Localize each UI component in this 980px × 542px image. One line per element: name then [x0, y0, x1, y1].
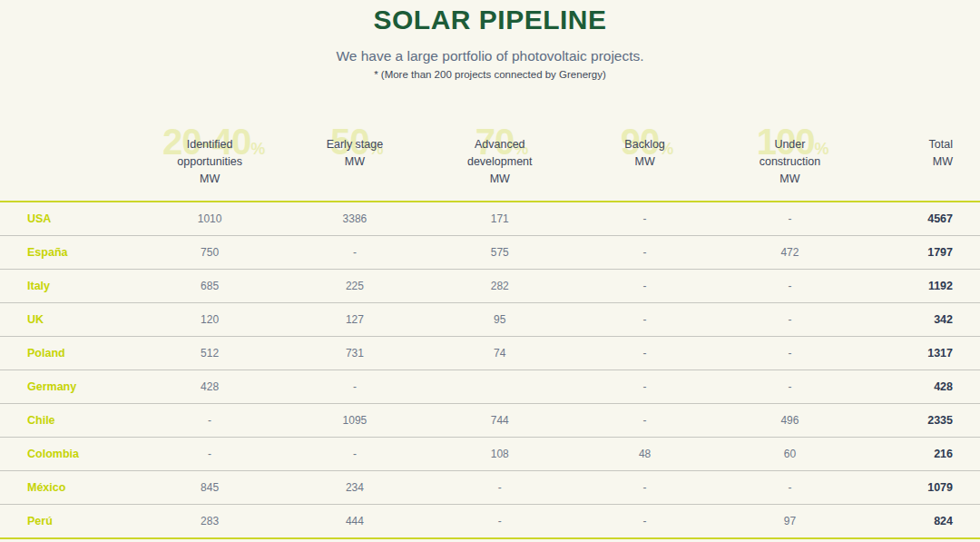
column-label: construction — [760, 153, 820, 171]
value-cell: 171 — [427, 202, 573, 236]
column-unit: MW — [760, 171, 820, 188]
value-cell: 845 — [137, 471, 282, 505]
value-cell: - — [573, 236, 718, 270]
value-cell: 48 — [573, 538, 718, 542]
column-unit: MW — [467, 171, 533, 188]
column-header-advanced-development: 70% AdvanceddevelopmentMW — [427, 136, 573, 202]
table-row: Perú 283 444 - - 97 824 — [0, 505, 980, 539]
value-cell: - — [718, 303, 863, 337]
value-cell: 283 — [137, 505, 282, 539]
column-header-total: TotalMW — [862, 136, 980, 202]
total-cell: 428 — [862, 370, 980, 404]
value-cell: 444 — [282, 505, 427, 539]
header-row: 20-40% IdentifiedopportunitiesMW 50% Ear… — [0, 136, 980, 202]
country-label: Italy — [0, 270, 137, 303]
column-label: Under — [760, 136, 820, 153]
table-row: UK 120 127 95 - - 342 — [0, 303, 980, 337]
table-row: Germany 428 - - - 428 — [0, 370, 980, 404]
value-cell: 234 — [282, 471, 427, 505]
value-cell: - — [718, 337, 863, 370]
column-label: Total — [929, 136, 953, 153]
footnote: * (More than 200 projects connected by G… — [0, 68, 980, 82]
value-cell: 731 — [282, 337, 427, 370]
total-cell: 342 — [862, 303, 980, 337]
total-cell: 216 — [862, 438, 980, 471]
country-label: Poland — [0, 337, 137, 370]
column-unit: MW — [624, 153, 664, 171]
value-cell: - — [427, 471, 573, 505]
country-label: Chile — [0, 404, 137, 438]
country-label: Colombia — [0, 438, 137, 471]
total-row-label: Total — [0, 538, 137, 542]
total-row: Total 4633 6242 2049 48 1125 14097 — [0, 538, 980, 542]
total-cell: 1317 — [862, 337, 980, 370]
value-cell: 48 — [573, 438, 718, 471]
column-label: Early stage — [327, 136, 384, 153]
total-cell: 824 — [862, 505, 980, 539]
value-cell: 3386 — [282, 202, 427, 236]
value-cell: - — [573, 505, 718, 539]
country-label: USA — [0, 202, 137, 236]
column-header-under-construction: 100% UnderconstructionMW — [718, 136, 863, 202]
value-cell: - — [573, 337, 718, 370]
table-row: Poland 512 731 74 - - 1317 — [0, 337, 980, 370]
country-column-header — [0, 136, 137, 202]
value-cell: - — [427, 505, 573, 539]
value-cell: 472 — [718, 236, 863, 270]
table-row: Colombia - - 108 48 60 216 — [0, 438, 980, 471]
column-header-backlog: 90% BacklogMW — [573, 136, 718, 202]
column-label: Backlog — [624, 136, 664, 153]
page-subtitle: We have a large portfolio of photovoltai… — [0, 47, 980, 65]
table-row: México 845 234 - - - 1079 — [0, 471, 980, 505]
value-cell: - — [573, 303, 718, 337]
value-cell: - — [573, 270, 718, 303]
country-label: Germany — [0, 370, 137, 404]
value-cell: - — [718, 202, 863, 236]
value-cell — [427, 370, 573, 404]
value-cell: 127 — [282, 303, 427, 337]
value-cell: 1125 — [718, 538, 863, 542]
value-cell: - — [282, 370, 427, 404]
total-cell: 2335 — [862, 404, 980, 438]
table-row: Italy 685 225 282 - - 1192 — [0, 270, 980, 303]
value-cell: 1095 — [282, 404, 427, 438]
value-cell: - — [137, 404, 282, 438]
total-cell: 1797 — [862, 236, 980, 270]
country-label: UK — [0, 303, 137, 337]
total-cell: 1079 — [862, 471, 980, 505]
value-cell: 282 — [427, 270, 573, 303]
value-cell: - — [137, 438, 282, 471]
value-cell: 496 — [718, 404, 863, 438]
country-label: Perú — [0, 505, 137, 539]
value-cell: - — [282, 438, 427, 471]
value-cell: 2049 — [427, 538, 573, 542]
column-unit: MW — [929, 153, 953, 171]
value-cell: 744 — [427, 404, 573, 438]
page-title: SOLAR PIPELINE — [0, 0, 980, 35]
total-cell: 14097 — [862, 538, 980, 542]
value-cell: 95 — [427, 303, 573, 337]
value-cell: - — [718, 370, 863, 404]
value-cell: - — [718, 471, 863, 505]
column-header-early-stage: 50% Early stageMW — [282, 136, 427, 202]
value-cell: 6242 — [282, 538, 427, 542]
value-cell: 685 — [137, 270, 282, 303]
value-cell: - — [282, 236, 427, 270]
total-cell: 1192 — [862, 270, 980, 303]
value-cell: 1010 — [137, 202, 282, 236]
value-cell: - — [573, 471, 718, 505]
column-unit: MW — [327, 153, 384, 171]
column-label: Advanced — [467, 136, 533, 153]
value-cell: 575 — [427, 236, 573, 270]
value-cell: - — [573, 202, 718, 236]
country-label: España — [0, 236, 137, 270]
value-cell: 97 — [718, 505, 863, 539]
column-label: opportunities — [177, 153, 242, 171]
value-cell: 60 — [718, 438, 863, 471]
column-label: Identified — [177, 136, 242, 153]
value-cell: - — [573, 404, 718, 438]
country-label: México — [0, 471, 137, 505]
solar-pipeline-table: 20-40% IdentifiedopportunitiesMW 50% Ear… — [0, 136, 980, 542]
value-cell: 108 — [427, 438, 573, 471]
table-row: España 750 - 575 - 472 1797 — [0, 236, 980, 270]
